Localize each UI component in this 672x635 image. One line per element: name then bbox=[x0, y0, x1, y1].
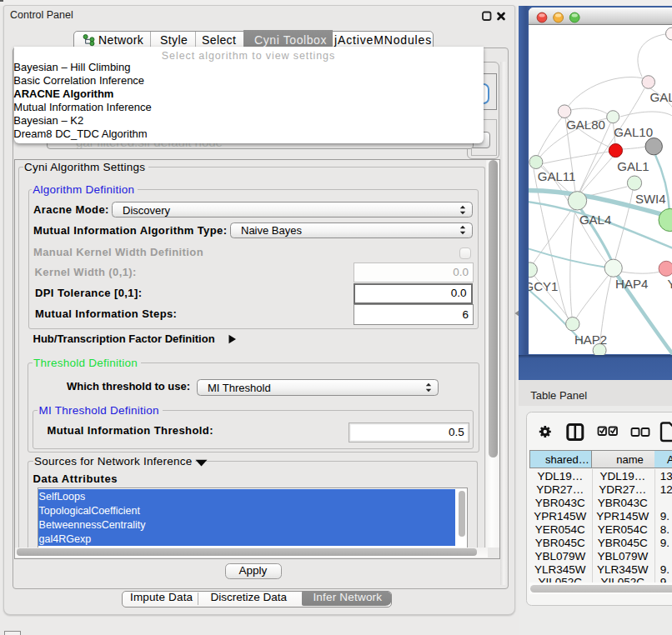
svg-text:GAL11: GAL11 bbox=[538, 169, 576, 183]
svg-text:GAL4: GAL4 bbox=[579, 212, 611, 227]
svg-text:SWI4: SWI4 bbox=[635, 192, 666, 206]
svg-text:GCY1: GCY1 bbox=[529, 279, 558, 293]
svg-text:HAP2: HAP2 bbox=[574, 332, 607, 347]
svg-text:Y: Y bbox=[668, 277, 672, 291]
svg-text:HAP4: HAP4 bbox=[615, 277, 648, 291]
svg-text:GAL80: GAL80 bbox=[566, 118, 605, 132]
svg-text:GAL10: GAL10 bbox=[614, 125, 653, 139]
svg-text:GAL: GAL bbox=[650, 90, 672, 104]
svg-text:GAL1: GAL1 bbox=[617, 159, 649, 173]
